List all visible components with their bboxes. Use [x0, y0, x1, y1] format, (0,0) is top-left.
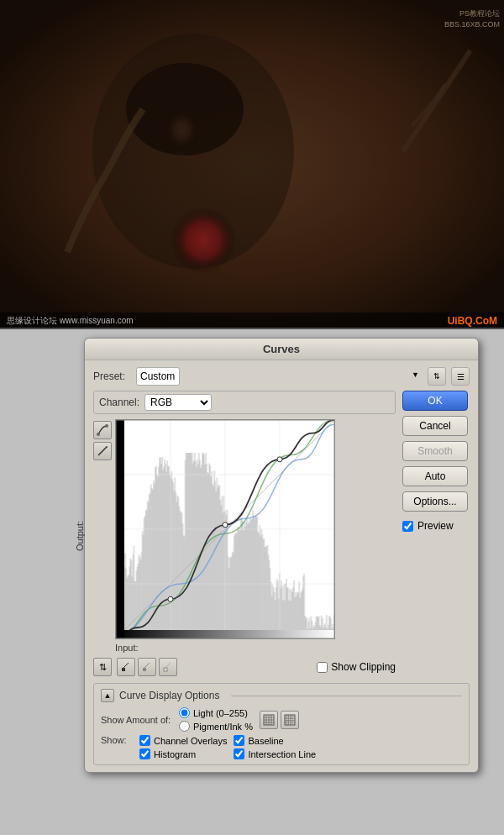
options-toggle-btn[interactable]: ▲ [101, 689, 114, 702]
ok-button[interactable]: OK [402, 391, 468, 411]
watermark-left: 思缘设计论坛 www.missyuan.com [7, 315, 134, 327]
pigment-radio[interactable] [179, 721, 190, 732]
channel-overlays-cb[interactable] [139, 735, 150, 746]
channel-label: Channel: [99, 396, 139, 408]
adjust-icon-btn[interactable]: ⇅ [93, 658, 112, 676]
curve-canvas[interactable] [115, 419, 335, 639]
svg-rect-21 [285, 715, 295, 725]
output-label: Output: [75, 521, 85, 551]
options-button[interactable]: Options... [402, 491, 468, 512]
pigment-label: Pigment/Ink % [193, 722, 253, 732]
svg-point-9 [97, 433, 100, 436]
show-clipping-checkbox[interactable] [317, 662, 328, 673]
input-label: Input: [115, 643, 139, 653]
show-clipping-label: Show Clipping [331, 661, 396, 673]
baseline-label: Baseline [248, 736, 283, 746]
intersection-cb[interactable] [234, 748, 244, 759]
watermark-bar: 思缘设计论坛 www.missyuan.com UiBQ.CoM [0, 312, 504, 329]
auto-button[interactable]: Auto [402, 466, 468, 486]
dialog-title: Curves [85, 339, 478, 360]
preview-label: Preview [417, 520, 454, 532]
white-point-sampler[interactable] [159, 658, 177, 676]
cancel-button[interactable]: Cancel [402, 416, 468, 436]
photo-area: PS教程论坛 BBS.16XB.COM [0, 0, 504, 328]
baseline-cb[interactable] [234, 735, 244, 746]
curve-tool-btn[interactable] [93, 421, 112, 439]
preview-checkbox[interactable] [402, 521, 413, 532]
histogram-label: Histogram [154, 749, 196, 759]
gray-point-sampler[interactable] [138, 658, 156, 676]
channel-overlays-label: Channel Overlays [154, 736, 227, 746]
intersection-label: Intersection Line [248, 749, 316, 759]
grid-10x10-btn[interactable] [281, 711, 299, 729]
grid-4x4-btn[interactable] [260, 711, 278, 729]
svg-point-10 [105, 424, 108, 428]
options-title: Curve Display Options [119, 690, 219, 701]
show-label: Show: [101, 735, 134, 745]
preset-arrows-btn[interactable]: ⇅ [428, 367, 446, 386]
light-label: Light (0–255) [193, 708, 248, 718]
histogram-cb[interactable] [139, 748, 150, 759]
channel-select[interactable]: RGB Red Green Blue [144, 394, 212, 411]
light-radio[interactable] [179, 707, 190, 718]
watermark-top: PS教程论坛 BBS.16XB.COM [444, 8, 500, 29]
curves-dialog: Curves Preset: Custom ▼ ⇅ ☰ Channel: [84, 338, 479, 773]
settings-icon-btn[interactable]: ☰ [451, 367, 470, 386]
black-point-sampler[interactable] [117, 658, 135, 676]
watermark-right: UiBQ.CoM [448, 315, 497, 327]
preset-select[interactable]: Custom [136, 367, 180, 386]
pencil-tool-btn[interactable] [93, 442, 112, 460]
show-amount-label: Show Amount of: [101, 715, 172, 725]
smooth-button[interactable]: Smooth [402, 441, 468, 461]
svg-rect-8 [0, 0, 504, 328]
preset-label: Preset: [93, 370, 131, 382]
